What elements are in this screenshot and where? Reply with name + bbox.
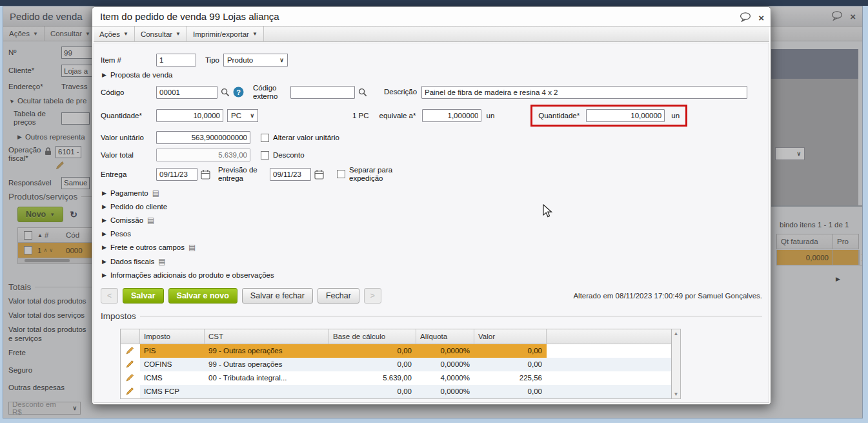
- prev-item-button[interactable]: <: [101, 288, 118, 304]
- row-checkbox[interactable]: [24, 246, 32, 254]
- tabela-precos-label: Tabela de preços: [14, 110, 61, 127]
- pedido-title: Pedido de venda: [10, 11, 83, 22]
- move-down-icon[interactable]: ∨: [49, 247, 53, 253]
- refresh-icon[interactable]: ↻: [70, 209, 77, 220]
- quantidade-field[interactable]: [156, 109, 223, 122]
- salvar-e-fechar-button[interactable]: Salvar e fechar: [242, 288, 313, 304]
- col-pro[interactable]: Pro: [833, 234, 859, 249]
- codigo-field[interactable]: [156, 86, 217, 99]
- pencil-icon[interactable]: [126, 346, 134, 356]
- section-comissao[interactable]: ▶Comissão▤: [102, 216, 762, 225]
- produto-row[interactable]: 1∧∨ 0000: [17, 243, 94, 258]
- close-icon[interactable]: ×: [758, 12, 764, 23]
- fechar-button[interactable]: Fechar: [318, 288, 359, 304]
- col-num-label[interactable]: #: [45, 231, 48, 239]
- codigo-externo-field[interactable]: [290, 86, 355, 99]
- tipo-select[interactable]: Produto∨: [223, 54, 288, 67]
- pedido-menu-consultar[interactable]: Consultar▼: [45, 26, 97, 41]
- previsao-label: Previsão de entrega: [218, 166, 266, 182]
- salvar-e-novo-button[interactable]: Salvar e novo: [168, 288, 237, 304]
- triangle-right-icon: ▶: [102, 258, 106, 265]
- desconto-checkbox[interactable]: [261, 151, 269, 160]
- move-up-icon[interactable]: ∧: [43, 247, 47, 253]
- descricao-label: Descrição: [384, 88, 421, 96]
- row-codigo: 0000: [66, 247, 83, 254]
- list-icon[interactable]: ▤: [158, 257, 165, 266]
- modal-menu-acoes[interactable]: Ações▼: [94, 26, 135, 41]
- col-aliquota[interactable]: Alíquota: [416, 329, 474, 344]
- numero-field[interactable]: [61, 46, 92, 59]
- next-item-button[interactable]: >: [364, 288, 381, 304]
- desconto-select[interactable]: Desconto em R$∨: [8, 402, 81, 415]
- valor-unitario-field[interactable]: [156, 131, 250, 144]
- triangle-right-icon: ▶: [102, 72, 106, 78]
- cliente-field[interactable]: [61, 65, 92, 77]
- table-row[interactable]: ICMS FCP 0,00 0,0000% 0,00: [121, 385, 671, 398]
- novo-button[interactable]: Novo▼: [17, 207, 63, 222]
- vertical-scrollbar[interactable]: ▲▼: [672, 329, 681, 399]
- unidade-select[interactable]: PC∨: [227, 109, 258, 122]
- equivalencia-prefix: 1 PC: [352, 112, 369, 119]
- pedido-menu-acoes[interactable]: Ações▼: [3, 26, 45, 41]
- responsavel-field[interactable]: [61, 177, 90, 189]
- itens-table-row[interactable]: 0,0000 ▲▼: [776, 250, 863, 265]
- pencil-icon[interactable]: [126, 387, 134, 397]
- triangle-collapse-icon: ▲: [7, 97, 15, 105]
- chevron-down-icon: ▼: [85, 31, 90, 37]
- entrega-label: Entrega: [101, 170, 156, 178]
- comment-icon[interactable]: [831, 11, 843, 22]
- section-pedido-cliente[interactable]: ▶Pedido do cliente: [102, 203, 762, 211]
- section-informacoes-adicionais[interactable]: ▶Informações adicionais do produto e obs…: [102, 271, 762, 279]
- table-row[interactable]: PIS 99 - Outras operações 0,00 0,0000% 0…: [121, 344, 671, 358]
- operacao-fiscal-field[interactable]: [56, 146, 81, 158]
- alterar-valor-checkbox[interactable]: [261, 134, 269, 142]
- pencil-icon[interactable]: [126, 360, 134, 369]
- list-icon[interactable]: ▤: [147, 216, 154, 225]
- table-row[interactable]: COFINS 99 - Outras operações 0,00 0,0000…: [121, 358, 671, 371]
- modal-title: Item do pedido de venda 99 Lojas aliança: [100, 11, 279, 22]
- col-codigo-label[interactable]: Cód: [66, 231, 79, 239]
- search-icon[interactable]: [358, 88, 367, 97]
- section-pesos[interactable]: ▶Pesos: [102, 230, 762, 238]
- calendar-icon[interactable]: [201, 169, 210, 180]
- vertical-scrollbar[interactable]: ▲▼: [859, 250, 863, 265]
- col-base[interactable]: Base de cálculo: [329, 329, 416, 344]
- product-info-icon[interactable]: ?: [233, 87, 244, 98]
- list-icon[interactable]: ▤: [152, 189, 159, 198]
- col-qt-faturada[interactable]: Qt faturada: [776, 234, 833, 249]
- select-all-checkbox[interactable]: [24, 231, 32, 240]
- equivale-field[interactable]: [422, 109, 481, 122]
- col-valor[interactable]: Valor: [474, 329, 547, 344]
- proposta-venda-toggle[interactable]: ▶ Proposta de venda: [102, 71, 762, 79]
- separar-checkbox[interactable]: [337, 170, 345, 178]
- calendar-icon[interactable]: [314, 169, 324, 180]
- section-dados-fiscais[interactable]: ▶Dados fiscais▤: [102, 257, 762, 266]
- quantidade2-field[interactable]: [586, 109, 665, 122]
- salvar-button[interactable]: Salvar: [123, 288, 164, 304]
- comment-icon[interactable]: [740, 12, 752, 23]
- tabela-precos-field[interactable]: [61, 112, 90, 125]
- alterar-valor-label: Alterar valor unitário: [273, 134, 339, 141]
- entrega-field[interactable]: [156, 168, 197, 181]
- descricao-field[interactable]: [421, 86, 747, 99]
- right-dropdown[interactable]: ∨: [775, 147, 805, 160]
- valor-total-field: [156, 149, 250, 161]
- col-imposto[interactable]: Imposto: [140, 329, 205, 344]
- section-frete[interactable]: ▶Frete e outros campos▤: [102, 243, 762, 252]
- section-pagamento[interactable]: ▶Pagamento▤: [102, 189, 762, 198]
- horizontal-scrollbar[interactable]: [17, 258, 94, 264]
- total-produtos-servicos-label: Valor total dos produtos e serviços: [8, 325, 89, 342]
- previsao-field[interactable]: [270, 168, 311, 181]
- list-icon[interactable]: ▤: [188, 243, 196, 252]
- operacao-fiscal-label: Operação fiscal*: [8, 146, 45, 163]
- modal-menu-consultar[interactable]: Consultar▼: [135, 26, 187, 41]
- modal-menu-imprimir[interactable]: Imprimir/exportar▼: [187, 26, 264, 41]
- close-icon[interactable]: ×: [850, 11, 856, 22]
- item-field[interactable]: [156, 54, 196, 67]
- table-row[interactable]: ICMS 00 - Tributada integral... 5.639,00…: [121, 371, 671, 385]
- pencil-icon[interactable]: [56, 161, 81, 171]
- pencil-icon[interactable]: [126, 373, 134, 383]
- col-cst[interactable]: CST: [205, 329, 329, 344]
- search-icon[interactable]: [221, 88, 230, 97]
- total-servicos-label: Valor total dos serviços: [8, 311, 89, 320]
